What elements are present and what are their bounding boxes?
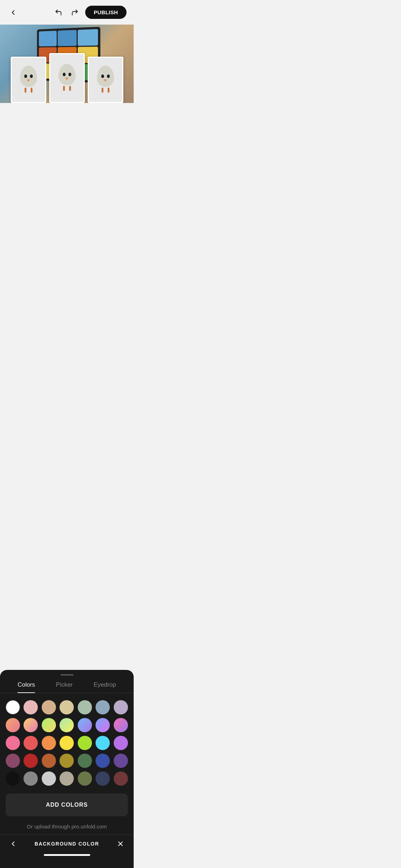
publish-button[interactable]: PUBLISH xyxy=(85,6,127,19)
photo-strips xyxy=(0,53,134,103)
back-icon xyxy=(9,9,17,16)
egg-figure-left xyxy=(18,66,39,94)
back-button[interactable] xyxy=(7,6,19,19)
photo-strip-right xyxy=(88,57,123,103)
undo-icon xyxy=(55,9,62,16)
undo-button[interactable] xyxy=(52,6,65,19)
egg-figure-center xyxy=(56,64,78,92)
photo-strip-center xyxy=(49,53,85,103)
photo-strip-left xyxy=(11,57,46,103)
top-bar-center: PUBLISH xyxy=(52,6,127,19)
image-preview xyxy=(0,25,134,103)
egg-figure-right xyxy=(95,66,116,94)
redo-button[interactable] xyxy=(69,6,81,19)
top-bar: PUBLISH xyxy=(0,0,134,25)
redo-icon xyxy=(71,9,79,16)
back-button-area[interactable] xyxy=(7,6,19,19)
